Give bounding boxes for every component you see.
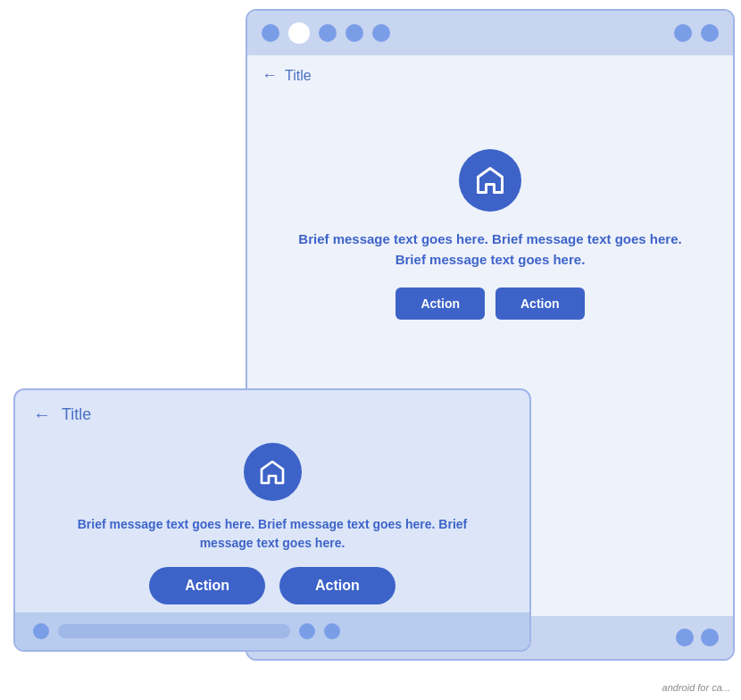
dot-right-1 [674, 24, 692, 42]
icon-circle-front [244, 443, 302, 501]
bottom-dot-1 [676, 629, 694, 646]
actions-back: Action Action [395, 288, 584, 320]
nav-bar-front: ← Title [15, 390, 529, 434]
dot-1 [262, 24, 279, 42]
bottom-pill-front [58, 624, 290, 638]
back-arrow-back[interactable]: ← [262, 66, 278, 85]
top-bar-back [247, 11, 733, 55]
message-text-front: Brief message text goes here. Brief mess… [51, 515, 494, 553]
dot-right-2 [701, 24, 719, 42]
message-text-back: Brief message text goes here. Brief mess… [283, 229, 697, 270]
action-button-2-front[interactable]: Action [279, 567, 395, 604]
action-button-1-back[interactable]: Action [395, 288, 485, 320]
home-icon-front [258, 458, 287, 487]
dot-4 [346, 24, 363, 42]
nav-bar-back: ← Title [247, 55, 733, 96]
dot-5 [372, 24, 390, 42]
front-screen: ← Title Brief message text goes here. Br… [13, 388, 531, 652]
bottom-dot-front-3 [324, 623, 340, 639]
bottom-dot-2 [701, 629, 719, 646]
dot-3 [319, 24, 337, 42]
back-arrow-front[interactable]: ← [33, 404, 51, 425]
action-button-1-front[interactable]: Action [149, 567, 265, 604]
action-button-2-back[interactable]: Action [495, 288, 585, 320]
page-title-back: Title [285, 68, 312, 84]
bottom-dot-front-1 [33, 623, 49, 639]
content-area-front: Brief message text goes here. Brief mess… [15, 434, 529, 622]
icon-circle-back [459, 149, 521, 212]
bottom-bar-front [15, 612, 529, 650]
home-icon-back [474, 164, 506, 196]
dot-2-white [288, 22, 310, 44]
bottom-dot-front-2 [299, 623, 315, 639]
content-area-back: Brief message text goes here. Brief mess… [247, 96, 733, 355]
watermark: android for ca... [662, 682, 730, 693]
actions-front: Action Action [149, 567, 395, 604]
page-title-front: Title [62, 405, 91, 424]
